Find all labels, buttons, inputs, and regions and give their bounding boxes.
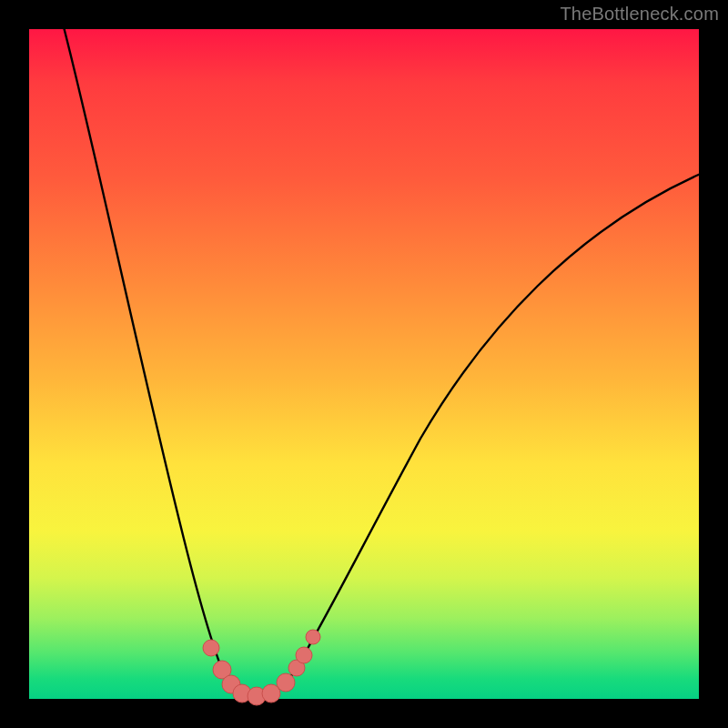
marker-group — [203, 630, 320, 705]
marker-dot — [277, 673, 295, 692]
curve-layer — [29, 29, 699, 699]
plot-area — [29, 29, 699, 699]
marker-dot — [296, 647, 312, 663]
marker-dot — [203, 640, 219, 656]
chart-frame: TheBottleneck.com — [0, 0, 728, 728]
marker-dot — [306, 630, 320, 644]
bottleneck-curve — [62, 20, 703, 696]
watermark-text: TheBottleneck.com — [560, 4, 719, 25]
